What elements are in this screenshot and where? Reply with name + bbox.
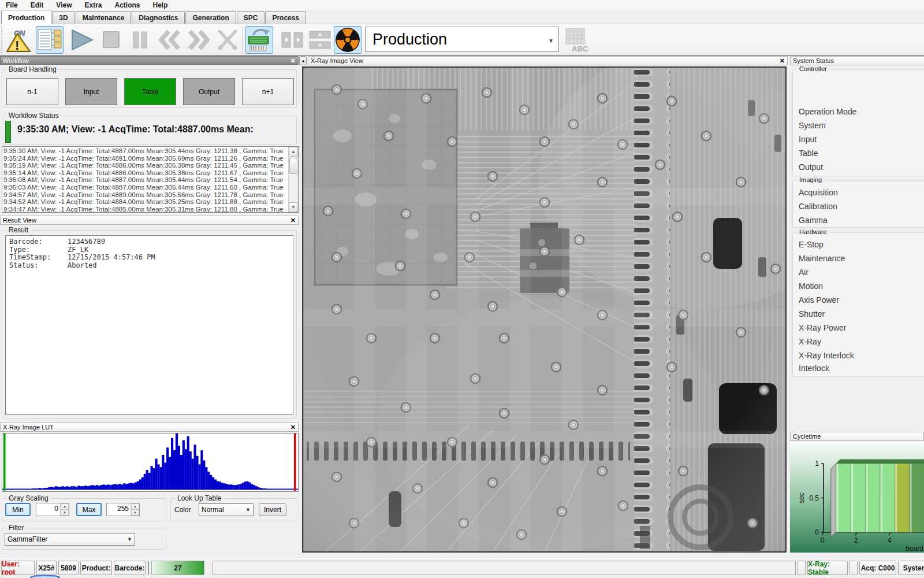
result-row: Type:ZF_LK xyxy=(9,246,289,254)
board-input-button[interactable]: Input xyxy=(65,78,117,105)
close-icon[interactable]: ✕ xyxy=(290,424,296,430)
status-item-acquisition[interactable]: Acquisition xyxy=(793,186,924,199)
close-icon[interactable]: ✕ xyxy=(290,217,296,223)
status-item-interlock[interactable]: Interlock xyxy=(793,362,924,374)
stop-button[interactable] xyxy=(97,26,125,54)
filter-label: Filter xyxy=(6,524,27,532)
xray-image[interactable] xyxy=(302,66,787,553)
spin-down-icon[interactable]: ▼ xyxy=(131,510,139,516)
workflow-list-button[interactable] xyxy=(36,26,64,54)
status-item-x-ray-power[interactable]: X-Ray Power xyxy=(793,321,924,335)
svg-text:!: ! xyxy=(15,38,19,53)
max-button[interactable]: Max xyxy=(76,503,102,516)
status-item-axis-power[interactable]: Axis Power xyxy=(793,293,924,307)
log-line: 9:34:57 AM; View: -1 AcqTime: Total:4889… xyxy=(3,191,297,199)
max-value-spinner[interactable]: 255 ▲▼ xyxy=(106,503,140,516)
tab-production[interactable]: Production xyxy=(1,10,51,24)
workflow-log-list[interactable]: 9:35:30 AM; View: -1 AcqTime: Total:4887… xyxy=(2,146,299,213)
lut-histogram-chart xyxy=(2,433,298,491)
toolbar-grip[interactable] xyxy=(1,27,3,53)
status-item-gamma[interactable]: Gamma xyxy=(793,213,924,227)
scrollbar-thumb[interactable] xyxy=(289,158,297,174)
board-table-button[interactable]: Table xyxy=(124,78,176,105)
panel-collapse-button[interactable]: ◂ xyxy=(299,56,307,65)
svg-text:ABC: ABC xyxy=(572,45,588,53)
board-n-minus-1-button[interactable]: n-1 xyxy=(6,78,58,105)
min-value-spinner[interactable]: 0 ▲▼ xyxy=(36,503,69,516)
spin-down-icon[interactable]: ▼ xyxy=(61,510,69,516)
look-up-table-group: Look Up Table Color Normal ▼ Invert xyxy=(170,498,297,521)
status-item-output[interactable]: Output xyxy=(793,160,924,174)
min-button[interactable]: Min xyxy=(5,503,31,516)
status-item-air[interactable]: Air xyxy=(793,265,924,279)
menu-edit[interactable]: Edit xyxy=(31,1,44,9)
taskbar-peek-icon xyxy=(30,575,60,578)
board-flip-button[interactable] xyxy=(306,26,334,54)
chevron-down-icon: ▼ xyxy=(548,38,554,44)
result-group: Result Barcode:123456789 Type:ZF_LK Time… xyxy=(2,230,297,418)
status-item-x-ray[interactable]: X-Ray xyxy=(793,335,924,349)
tools-button[interactable] xyxy=(214,26,241,54)
status-item-input[interactable]: Input xyxy=(793,132,924,146)
power-warning-button[interactable]: ON ! xyxy=(5,26,32,54)
pause-icon xyxy=(127,28,152,52)
statusbar-lamp xyxy=(850,561,858,575)
menu-actions[interactable]: Actions xyxy=(115,1,140,9)
statusbar-barcode: Barcode: xyxy=(114,561,146,575)
lut-histogram-panel[interactable] xyxy=(2,433,299,492)
mode-select[interactable]: Production ▼ xyxy=(365,27,559,52)
tab-generation[interactable]: Generation xyxy=(185,11,236,24)
board-load-button[interactable] xyxy=(245,26,273,54)
status-item-maintenance[interactable]: Maintenance xyxy=(793,251,924,265)
workflow-status-headline: 9:35:30 AM; View: -1 AcqTime: Total:4887… xyxy=(17,124,254,135)
menu-file[interactable]: File xyxy=(6,1,18,9)
status-item-motion[interactable]: Motion xyxy=(793,279,924,293)
menu-help[interactable]: Help xyxy=(153,1,168,9)
statusbar-xray-state: X-Ray: Stable xyxy=(807,561,848,575)
result-group-label: Result xyxy=(6,226,31,234)
status-item-e-stop[interactable]: E-Stop xyxy=(793,238,924,251)
svg-text:board: board xyxy=(906,544,923,553)
scroll-down-icon[interactable]: ▼ xyxy=(289,202,298,212)
menu-extra[interactable]: Extra xyxy=(84,1,102,9)
board-flip-icon xyxy=(307,28,333,52)
board-transfer-button[interactable] xyxy=(278,26,306,54)
tab-maintenance[interactable]: Maintenance xyxy=(76,11,132,24)
xray-view-titlebar: X-Ray Image View ✕ xyxy=(308,56,788,65)
board-n-plus-1-button[interactable]: n+1 xyxy=(242,78,294,105)
cycletime-titlebar: Cycletime xyxy=(790,432,924,441)
board-load-icon xyxy=(247,27,272,53)
result-text-area[interactable]: Barcode:123456789 Type:ZF_LK TimeStamp:1… xyxy=(5,235,293,415)
menu-view[interactable]: View xyxy=(56,1,72,9)
spin-up-icon[interactable]: ▲ xyxy=(61,503,69,510)
invert-button[interactable]: Invert xyxy=(259,503,286,516)
status-item-operation-mode[interactable]: Operation Mode xyxy=(793,105,924,118)
status-item-system[interactable]: System xyxy=(793,118,924,132)
start-button[interactable] xyxy=(68,26,96,54)
filter-select[interactable]: GammaFilter ▼ xyxy=(5,533,135,546)
tab-diagnostics[interactable]: Diagnostics xyxy=(132,11,185,24)
abc-button[interactable]: ABC xyxy=(563,26,591,54)
status-item-calibration[interactable]: Calibration xyxy=(793,199,924,213)
status-item-table[interactable]: Table xyxy=(793,146,924,160)
tab-process[interactable]: Process xyxy=(265,11,306,24)
statusbar-system: System xyxy=(898,561,924,575)
previous-button[interactable] xyxy=(156,26,184,54)
xray-toggle-button[interactable] xyxy=(334,26,362,54)
gray-scaling-group: Gray Scaling Min 0 ▲▼ Max 255 ▲▼ xyxy=(2,498,166,521)
spin-up-icon[interactable]: ▲ xyxy=(131,503,139,510)
tab-spc[interactable]: SPC xyxy=(237,11,265,24)
svg-text:sec: sec xyxy=(798,492,806,503)
next-button[interactable] xyxy=(185,26,213,54)
application-window: File Edit View Extra Actions Help Produc… xyxy=(0,0,924,578)
board-output-button[interactable]: Output xyxy=(183,78,235,105)
status-item-x-ray-interlock[interactable]: X-Ray Interlock xyxy=(793,349,924,362)
close-icon[interactable]: ✕ xyxy=(780,58,785,64)
scroll-up-icon[interactable]: ▲ xyxy=(289,147,298,157)
color-select[interactable]: Normal ▼ xyxy=(199,503,254,516)
tab-3d[interactable]: 3D xyxy=(52,11,74,24)
status-item-shutter[interactable]: Shutter xyxy=(793,307,924,321)
pause-button[interactable] xyxy=(126,26,154,54)
close-icon[interactable]: ✕ xyxy=(290,58,296,64)
log-scrollbar[interactable]: ▲ ▼ xyxy=(288,147,298,212)
